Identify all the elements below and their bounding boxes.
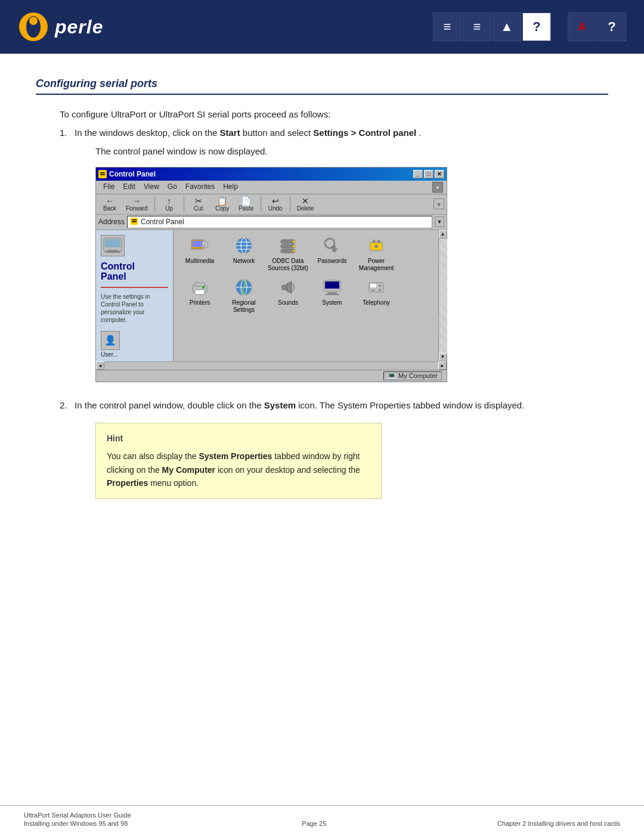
- win-left-small-icon-area: 👤 User...: [101, 331, 168, 358]
- toolbar-up-label: Up: [165, 205, 173, 212]
- win-left-panel: ControlPanel Use the settings in Control…: [96, 230, 174, 361]
- toolbar-sep-2: [184, 196, 184, 212]
- toolbar-undo[interactable]: ↩ Undo: [264, 196, 287, 213]
- telephony-label: Telephony: [363, 299, 390, 306]
- toolbar-back[interactable]: ← Back: [98, 196, 121, 213]
- passwords-label: Passwords: [318, 258, 347, 265]
- toolbar-cut[interactable]: ✂ Cut: [187, 196, 210, 213]
- footer-page-num: Page 25: [302, 820, 326, 827]
- toolbar-forward[interactable]: → Forward: [122, 196, 151, 213]
- toolbar-sep-1: [154, 196, 155, 212]
- svg-rect-38: [195, 290, 205, 295]
- menu-favorites[interactable]: Favorites: [182, 182, 218, 193]
- menu-go[interactable]: Go: [164, 182, 181, 193]
- toolbar-sep-4: [290, 196, 290, 212]
- power-label: PowerManagement: [359, 258, 394, 272]
- svg-rect-10: [105, 239, 120, 247]
- win-maximize-btn[interactable]: □: [424, 170, 434, 178]
- status-computer-icon: 💻: [388, 372, 396, 380]
- network-label: Network: [233, 258, 255, 265]
- hint-box: Hint You can also display the System Pro…: [95, 423, 382, 499]
- win-icons-container: ♪ Multimedia: [174, 230, 438, 361]
- svg-point-39: [202, 286, 205, 289]
- win-icon-passwords[interactable]: Passwords: [311, 235, 354, 272]
- win-icon-printers[interactable]: Printers: [178, 277, 221, 314]
- win-icon-telephony[interactable]: Telephony: [355, 277, 398, 314]
- address-icon: [130, 217, 138, 227]
- win-icon-regional[interactable]: RegionalSettings: [222, 277, 265, 314]
- toolbar-cut-label: Cut: [194, 205, 203, 212]
- win-main: ControlPanel Use the settings in Control…: [96, 230, 447, 361]
- header-icon-4[interactable]: ?: [522, 13, 551, 41]
- hint-text-after: menu option.: [150, 478, 199, 488]
- win-toolbar: ← Back → Forward ↑ Up ✂ Cut 📋: [96, 194, 447, 215]
- up-icon: ↑: [167, 197, 171, 205]
- logo-text: perle: [55, 16, 103, 38]
- svg-rect-30: [334, 248, 338, 250]
- footer-left: UltraPort Serial Adaptors User Guide Ins…: [24, 812, 131, 827]
- win-icon-odbc[interactable]: ODBC DataSources (32bit): [267, 235, 309, 272]
- step-1-bold-settings: Settings > Control panel: [313, 128, 416, 138]
- win-icon-network[interactable]: Network: [222, 235, 265, 272]
- toolbar-delete[interactable]: ✕ Delete: [293, 196, 318, 213]
- sounds-icon: [277, 277, 299, 298]
- toolbar-end[interactable]: »: [434, 199, 444, 209]
- win-menubar: File Edit View Go Favorites Help ▪: [96, 181, 447, 194]
- win-icon-multimedia[interactable]: ♪ Multimedia: [178, 235, 221, 272]
- svg-point-52: [379, 289, 381, 291]
- svg-rect-50: [370, 284, 376, 287]
- address-field[interactable]: Control Panel: [127, 216, 432, 228]
- svg-rect-11: [107, 250, 118, 252]
- svg-rect-4: [100, 172, 105, 174]
- undo-icon: ↩: [272, 197, 279, 205]
- menu-file[interactable]: File: [100, 182, 118, 193]
- telephony-icon: [366, 277, 387, 298]
- status-text: My Computer: [398, 372, 438, 379]
- toolbar-up[interactable]: ↑ Up: [158, 196, 181, 213]
- header-icon-group-1: ≡ ≡ ▲ ?: [433, 13, 551, 41]
- toolbar-undo-label: Undo: [268, 205, 283, 212]
- scroll-track: [439, 239, 447, 353]
- scroll-down-btn[interactable]: ▼: [439, 353, 447, 361]
- menu-edit[interactable]: Edit: [119, 182, 139, 193]
- win-icon-sounds[interactable]: Sounds: [267, 277, 309, 314]
- toolbar-paste[interactable]: 📄 Paste: [235, 196, 258, 213]
- svg-rect-48: [325, 294, 339, 295]
- svg-rect-46: [325, 281, 339, 289]
- step-list: 1. In the windows desktop, click on the …: [60, 126, 608, 499]
- address-label: Address: [98, 218, 125, 226]
- toolbar-forward-label: Forward: [126, 205, 148, 212]
- footer-right: Chapter 2 Installing drivers and host ca…: [497, 820, 620, 827]
- address-dropdown[interactable]: ▼: [435, 216, 444, 227]
- header-icon-6[interactable]: ?: [597, 13, 626, 41]
- win-close-btn[interactable]: ✕: [435, 170, 444, 178]
- header-icon-3[interactable]: ▲: [493, 13, 521, 41]
- win-screenshot: Control Panel _ □ ✕ File Edit View Go Fa…: [95, 167, 447, 382]
- toolbar-sep-3: [261, 196, 261, 212]
- win-icon-system[interactable]: System: [311, 277, 354, 314]
- step-2-num: 2.: [60, 400, 72, 410]
- menu-view[interactable]: View: [140, 182, 163, 193]
- win-icon-power[interactable]: PowerManagement: [355, 235, 398, 272]
- toolbar-copy[interactable]: 📋 Copy: [211, 196, 234, 213]
- step-1-text-mid: button and select: [243, 128, 313, 138]
- hscroll-left-btn[interactable]: ◄: [96, 361, 104, 370]
- header-icon-group-2: A ?: [568, 13, 626, 41]
- scroll-up-btn[interactable]: ▲: [439, 230, 447, 239]
- header-icon-5[interactable]: A: [568, 13, 596, 41]
- step-1-text-end: .: [419, 128, 421, 138]
- hint-bold-my-computer: My Computer: [162, 465, 215, 475]
- perle-logo-icon: [18, 11, 49, 42]
- svg-rect-34: [377, 240, 380, 243]
- footer-left-line2: Installing under Windows 95 and 98: [24, 820, 131, 827]
- hscroll-right-btn[interactable]: ►: [438, 361, 447, 370]
- win-minimize-btn[interactable]: _: [413, 170, 423, 178]
- header-icon-1[interactable]: ≡: [433, 13, 462, 41]
- step-1-bold-start: Start: [220, 128, 240, 138]
- svg-rect-31: [334, 250, 336, 252]
- win-addressbar: Address Control Panel ▼: [96, 215, 447, 230]
- menu-help[interactable]: Help: [219, 182, 242, 193]
- header-icon-2[interactable]: ≡: [463, 13, 491, 41]
- hint-body: You can also display the System Properti…: [107, 450, 370, 490]
- regional-label: RegionalSettings: [232, 299, 255, 314]
